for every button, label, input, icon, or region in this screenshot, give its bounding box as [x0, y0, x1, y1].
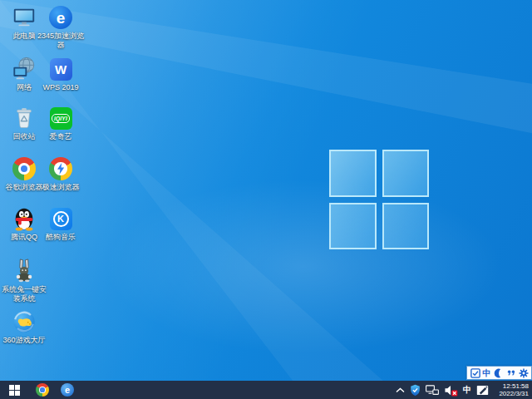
360-game-icon	[12, 309, 37, 334]
kugou-icon: K	[48, 206, 73, 231]
desktop-icon-label: 2345加速浏览器	[37, 32, 85, 50]
desktop-surface: 此电脑 e 2345加速浏览器 网络	[0, 0, 532, 381]
e-browser-icon: e	[61, 383, 74, 397]
security-shield-icon[interactable]	[410, 384, 421, 397]
chrome-icon	[36, 383, 49, 397]
ime-punctuation-button[interactable]	[506, 368, 516, 378]
desktop-icon-label: 360游戏大厅	[2, 336, 45, 345]
network-status-icon[interactable]	[426, 385, 439, 396]
system-tray: 中 12:51:58 2022/3/31	[396, 382, 530, 397]
wps-logo: W	[50, 58, 72, 81]
desktop-icon-iqiyi[interactable]: iQIYI 爱奇艺	[37, 106, 85, 141]
e-logo: e	[49, 6, 72, 29]
desktop-icon-label: 系统兔一键安装系统	[0, 285, 48, 303]
desktop-icon-2345-browser[interactable]: e 2345加速浏览器	[37, 5, 85, 50]
desktop-icon-label: 极速浏览器	[42, 183, 80, 192]
this-pc-icon	[12, 5, 37, 30]
ime-chinese-mode-button[interactable]: 中	[483, 369, 491, 377]
windows-logo-pane	[329, 150, 377, 197]
recycle-bin-icon	[12, 106, 37, 131]
windows-logo-pane	[329, 203, 377, 250]
windows-start-icon	[9, 385, 20, 396]
windows-logo-pane	[382, 203, 430, 250]
taskbar: e	[0, 381, 532, 399]
desktop-icon-label: WPS 2019	[42, 83, 78, 92]
ime-vmode-button[interactable]	[470, 368, 480, 378]
iqiyi-icon: iQIYI	[48, 106, 73, 131]
desktop-icon-wps-2019[interactable]: W WPS 2019	[37, 57, 85, 92]
hidden-icons-chevron[interactable]	[396, 387, 405, 393]
kugou-logo: K	[53, 211, 69, 227]
desktop-icon-speed-browser[interactable]: 极速浏览器	[37, 156, 85, 192]
wps-icon: W	[48, 57, 73, 81]
windows-logo-pane	[382, 150, 430, 197]
desktop-icon-label: 爱奇艺	[50, 132, 72, 141]
desktop-icon-xitongtu-installer[interactable]: 系统兔一键安装系统	[0, 259, 48, 303]
windows-logo-wallpaper	[329, 150, 429, 249]
ime-language-bar: 中	[466, 366, 532, 380]
desktop-icon-label: 网络	[17, 83, 32, 92]
taskbar-clock[interactable]: 12:51:58 2022/3/31	[494, 382, 529, 397]
volume-muted-icon[interactable]	[444, 384, 458, 397]
desktop-icon-kugou[interactable]: K 酷狗音乐	[37, 206, 85, 242]
clock-time: 12:51:58	[494, 382, 529, 390]
ime-fullwidth-moon-button[interactable]	[494, 368, 504, 378]
desktop-icon-360-game-hall[interactable]: 360游戏大厅	[0, 309, 48, 345]
taskbar-app-2345-browser[interactable]: e	[57, 381, 78, 399]
chrome-icon	[12, 156, 37, 181]
network-icon	[12, 57, 37, 81]
qq-penguin-icon	[12, 206, 37, 231]
lightning-icon	[57, 163, 65, 175]
iqiyi-logo: iQIYI	[52, 114, 70, 123]
touch-keyboard-icon[interactable]	[476, 385, 489, 396]
start-button[interactable]	[3, 381, 25, 399]
desktop-icon-label: 腾讯QQ	[11, 233, 37, 242]
speed-browser-icon	[48, 156, 73, 181]
ime-tray-indicator[interactable]: 中	[463, 384, 471, 396]
2345-browser-icon: e	[48, 5, 73, 30]
ime-settings-gear-icon[interactable]	[519, 368, 529, 378]
taskbar-app-chrome[interactable]	[32, 381, 53, 399]
desktop-icon-label: 酷狗音乐	[46, 233, 76, 242]
clock-date: 2022/3/31	[494, 390, 529, 397]
desktop-icon-label: 此电脑	[13, 32, 36, 41]
desktop-icon-label: 回收站	[13, 132, 36, 141]
rabbit-icon	[12, 259, 37, 283]
